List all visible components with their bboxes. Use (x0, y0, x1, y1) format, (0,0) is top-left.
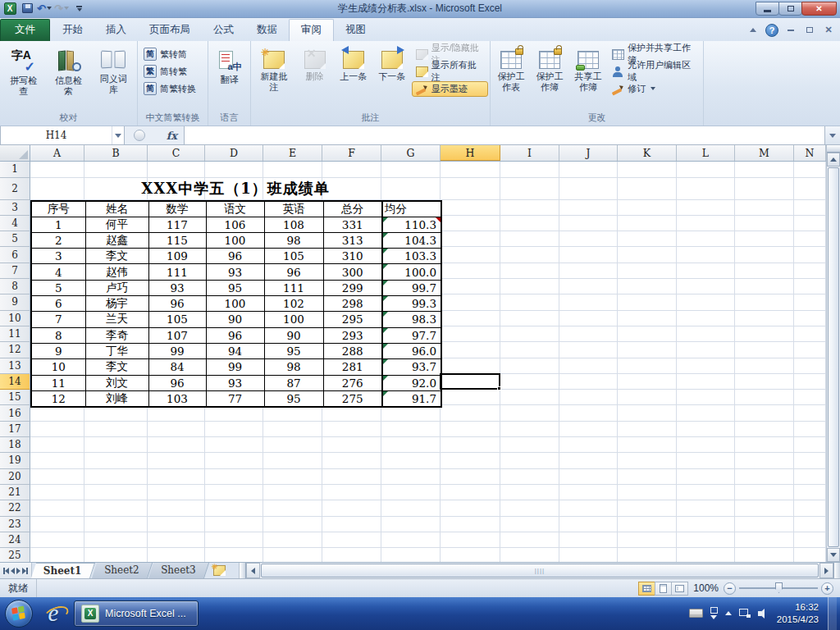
table-cell[interactable]: 99 (206, 359, 264, 375)
tab-home[interactable]: 开始 (51, 20, 94, 41)
row-header-18[interactable]: 18 (0, 437, 30, 453)
share-workbook-button[interactable]: 共享工作簿 (569, 44, 607, 95)
table-cell[interactable]: 276 (323, 375, 382, 390)
table-cell[interactable]: 103 (148, 390, 206, 407)
normal-view-button[interactable] (638, 582, 655, 596)
column-header-H[interactable]: H (441, 145, 500, 161)
allow-edit-ranges-button[interactable]: 允许用户编辑区域 (608, 64, 701, 80)
table-cell[interactable]: 91.7 (382, 390, 441, 407)
table-cell[interactable]: 96 (148, 375, 206, 390)
table-cell[interactable]: 95 (264, 343, 323, 358)
name-box-dropdown[interactable] (112, 126, 124, 144)
table-cell[interactable]: 281 (323, 359, 382, 375)
table-cell[interactable]: 1 (31, 217, 85, 232)
table-cell[interactable]: 106 (206, 217, 264, 232)
thesaurus-button[interactable]: 同义词库 (91, 44, 135, 98)
table-header-cell[interactable]: 数学 (148, 201, 206, 217)
zoom-in-button[interactable]: + (821, 582, 833, 595)
table-cell[interactable]: 6 (31, 296, 85, 312)
column-header-E[interactable]: E (263, 145, 322, 161)
tab-formulas[interactable]: 公式 (202, 20, 245, 41)
workbook-close-button[interactable]: ✕ (822, 25, 835, 36)
scroll-up-button[interactable] (827, 153, 840, 167)
table-cell[interactable]: 李文 (85, 359, 148, 375)
tab-data[interactable]: 数据 (245, 20, 289, 41)
table-cell[interactable]: 100.0 (382, 264, 441, 280)
table-cell[interactable]: 95 (264, 390, 323, 407)
table-cell[interactable]: 111 (264, 280, 323, 295)
table-cell[interactable]: 李文 (85, 249, 148, 264)
table-cell[interactable]: 87 (264, 375, 323, 390)
name-box[interactable]: H14 (0, 126, 125, 144)
horizontal-split-handle[interactable] (240, 563, 246, 578)
column-header-G[interactable]: G (381, 145, 441, 161)
table-cell[interactable]: 卢巧 (85, 280, 148, 295)
customize-qat-button[interactable] (71, 2, 86, 15)
table-cell[interactable]: 96 (206, 249, 264, 264)
save-button[interactable] (20, 2, 34, 15)
horizontal-split-handle-right[interactable] (833, 563, 840, 578)
sheet-tab-sheet3[interactable]: Sheet3 (148, 563, 209, 578)
redo-button[interactable]: ↷ (54, 2, 69, 15)
table-cell[interactable]: 93 (206, 264, 264, 280)
table-cell[interactable]: 105 (148, 312, 206, 327)
expand-formula-bar-button[interactable] (824, 126, 840, 144)
table-cell[interactable]: 310 (323, 249, 382, 264)
next-sheet-button[interactable] (16, 568, 21, 574)
sheet-tab-sheet2[interactable]: Sheet2 (91, 563, 152, 578)
show-ink-button[interactable]: 显示墨迹 (412, 81, 488, 97)
table-cell[interactable]: 110.3 (382, 217, 441, 232)
table-cell[interactable]: 赵鑫 (85, 232, 148, 248)
row-header-4[interactable]: 4 (0, 216, 30, 231)
table-cell[interactable]: 104.3 (382, 232, 441, 248)
first-sheet-button[interactable] (3, 568, 9, 574)
table-cell[interactable]: 100 (206, 232, 264, 248)
row-header-11[interactable]: 11 (0, 326, 30, 342)
table-cell[interactable]: 92.0 (382, 375, 441, 390)
table-cell[interactable]: 111 (148, 264, 206, 280)
protect-sheet-button[interactable]: 保护工作表 (492, 44, 530, 95)
table-cell[interactable]: 杨宇 (85, 296, 148, 312)
table-cell[interactable]: 99.7 (382, 280, 441, 295)
table-cell[interactable]: 90 (264, 327, 323, 343)
table-cell[interactable]: 275 (323, 390, 382, 407)
table-cell[interactable]: 100 (206, 296, 264, 312)
row-header-8[interactable]: 8 (0, 279, 30, 294)
table-cell[interactable]: 李奇 (85, 327, 148, 343)
table-cell[interactable]: 331 (323, 217, 382, 232)
row-header-23[interactable]: 23 (0, 517, 30, 532)
table-cell[interactable]: 298 (323, 296, 382, 312)
tab-insert[interactable]: 插入 (94, 20, 138, 41)
scroll-right-button[interactable] (819, 563, 833, 578)
table-cell[interactable]: 299 (323, 280, 382, 295)
protect-workbook-button[interactable]: 保护工作簿 (531, 44, 568, 95)
vertical-scrollbar[interactable] (826, 145, 840, 562)
select-all-button[interactable] (0, 145, 30, 161)
row-header-24[interactable]: 24 (0, 532, 30, 548)
row-header-21[interactable]: 21 (0, 485, 30, 500)
table-header-cell[interactable]: 姓名 (85, 201, 148, 217)
table-cell[interactable]: 9 (31, 343, 85, 358)
row-header-15[interactable]: 15 (0, 390, 30, 405)
table-cell[interactable]: 8 (31, 327, 85, 343)
row-header-20[interactable]: 20 (0, 469, 30, 485)
show-desktop-button[interactable] (828, 597, 837, 630)
table-header-cell[interactable]: 英语 (264, 201, 323, 217)
table-cell[interactable]: 90 (206, 312, 264, 327)
table-cell[interactable]: 93 (148, 280, 206, 295)
table-cell[interactable]: 98 (264, 232, 323, 248)
table-cell[interactable]: 105 (264, 249, 323, 264)
simplified-to-traditional-button[interactable]: 繁 简转繁 (139, 64, 200, 80)
row-header-1[interactable]: 1 (0, 162, 30, 177)
tab-page-layout[interactable]: 页面布局 (138, 20, 202, 41)
table-cell[interactable]: 77 (206, 390, 264, 407)
next-comment-button[interactable]: 下一条 (373, 44, 411, 84)
table-header-cell[interactable]: 总分 (323, 201, 382, 217)
table-cell[interactable]: 117 (148, 217, 206, 232)
new-comment-button[interactable]: ✳ 新建批注 (253, 44, 295, 95)
tab-view[interactable]: 视图 (334, 20, 377, 41)
table-cell[interactable]: 300 (323, 264, 382, 280)
row-header-25[interactable]: 25 (0, 548, 30, 562)
row-header-6[interactable]: 6 (0, 247, 30, 262)
table-cell[interactable]: 12 (31, 390, 85, 407)
